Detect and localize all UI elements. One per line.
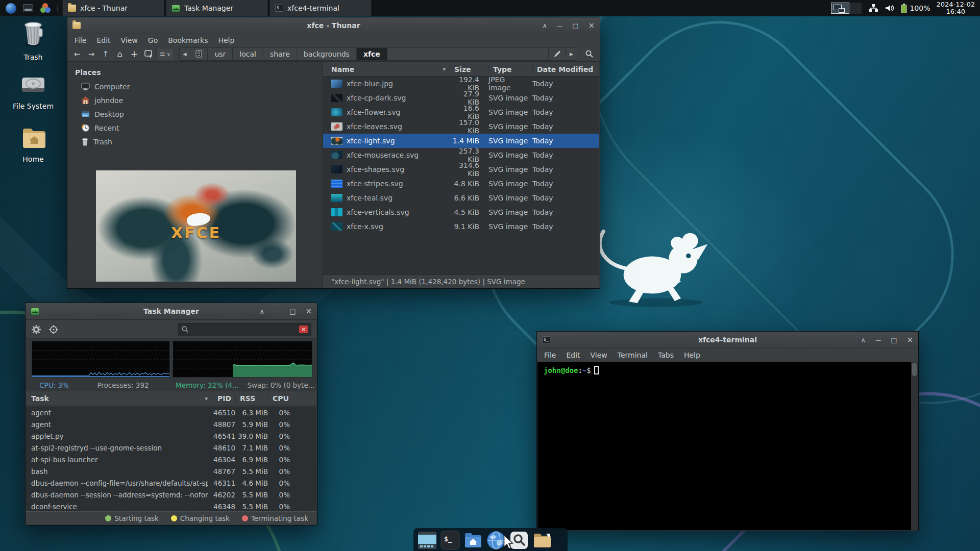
battery-indicator[interactable]: 100% — [901, 4, 930, 13]
path-root-button[interactable] — [190, 48, 208, 60]
maximize-button[interactable]: □ — [572, 17, 578, 34]
taskbar-button-terminal[interactable]: $_ xfce4-terminal — [270, 0, 372, 16]
menu-view[interactable]: View — [117, 35, 142, 45]
new-window-button[interactable]: + — [128, 48, 141, 60]
process-row[interactable]: applet.py4654139.0 MiB0% — [26, 430, 316, 442]
place-recent[interactable]: Recent — [68, 121, 323, 135]
process-row[interactable]: dbus-daemon --config-file=/usr/share/def… — [26, 477, 316, 489]
taskmanager-titlebar[interactable]: Task Manager ∧ — □ × — [26, 303, 317, 320]
path-scroll-right-icon[interactable]: ▶ — [566, 48, 577, 60]
menu-go[interactable]: Go — [144, 35, 162, 45]
path-segment-current[interactable]: xfce — [357, 48, 387, 60]
process-row[interactable]: agent488075.9 MiB0% — [26, 418, 316, 430]
place-computer[interactable]: Computer — [68, 80, 323, 93]
rollup-button[interactable]: ∧ — [260, 303, 265, 320]
path-segment[interactable]: backgrounds — [297, 48, 357, 60]
browser-launcher-icon[interactable] — [4, 2, 17, 15]
path-segment[interactable]: usr — [208, 48, 233, 60]
file-row-selected[interactable]: xfce-light.svg1.4 MiBSVG imageToday — [323, 134, 599, 148]
menu-view[interactable]: View — [586, 350, 611, 360]
desktop-icon-home[interactable]: Home — [5, 126, 61, 163]
dock-file-manager-icon[interactable] — [532, 531, 552, 550]
new-tab-button[interactable] — [142, 48, 155, 60]
file-row[interactable]: xfce-leaves.svg157.0 KiBSVG imageToday — [323, 119, 599, 134]
workspace-1[interactable] — [831, 3, 849, 14]
terminal-content[interactable]: john@doe:~$ — [537, 362, 918, 530]
network-icon[interactable] — [868, 4, 878, 13]
menu-file[interactable]: File — [70, 35, 90, 45]
file-row[interactable]: xfce-mouserace.svg257.3 KiBSVG imageToda… — [323, 148, 599, 162]
close-button[interactable]: × — [588, 17, 595, 34]
up-button[interactable]: ↑ — [99, 48, 112, 60]
column-rss[interactable]: RSS — [235, 394, 268, 403]
path-segment[interactable]: local — [233, 48, 263, 60]
close-button[interactable]: × — [305, 303, 312, 320]
edit-path-button[interactable] — [548, 48, 566, 60]
close-button[interactable]: × — [906, 332, 913, 348]
file-row[interactable]: xfce-shapes.svg314.6 KiBSVG imageToday — [323, 162, 599, 177]
search-button[interactable] — [581, 47, 597, 61]
maximize-button[interactable]: □ — [289, 303, 296, 320]
workspace-2[interactable] — [849, 3, 862, 14]
scrollbar-thumb[interactable] — [912, 363, 917, 376]
menu-help[interactable]: Help — [214, 35, 238, 45]
file-row[interactable]: xfce-blue.jpg192.4 KiBJPEG imageToday — [323, 77, 599, 91]
place-trash[interactable]: Trash — [68, 135, 323, 148]
minimize-button[interactable]: — — [875, 332, 881, 348]
file-row[interactable]: xfce-stripes.svg4.8 KiBSVG imageToday — [323, 177, 599, 191]
maximize-button[interactable]: □ — [891, 332, 897, 348]
column-type[interactable]: Type — [488, 65, 532, 73]
back-button[interactable]: ← — [70, 48, 84, 60]
minimize-button[interactable]: — — [274, 303, 280, 320]
process-row[interactable]: bash487675.5 MiB0% — [26, 465, 316, 477]
desktop-icon-filesystem[interactable]: File System — [5, 72, 61, 110]
clock[interactable]: 2024-12-02 16:40 — [936, 1, 975, 15]
taskbar-button-taskmanager[interactable]: Task Manager — [166, 0, 268, 16]
forward-button[interactable]: → — [85, 48, 98, 60]
menu-tabs[interactable]: Tabs — [654, 350, 678, 360]
column-date[interactable]: Date Modified — [532, 65, 599, 73]
terminal-titlebar[interactable]: $_ xfce4-terminal ∧ — □ × — [537, 332, 918, 348]
taskbar-button-thunar[interactable]: xfce - Thunar — [62, 0, 164, 16]
terminal-scrollbar[interactable] — [911, 362, 918, 530]
thunar-titlebar[interactable]: xfce - Thunar ∧ — □ × — [67, 17, 600, 34]
file-row[interactable]: xfce-verticals.svg4.5 KiBSVG imageToday — [323, 205, 599, 219]
rollup-button[interactable]: ∧ — [861, 332, 866, 348]
process-row[interactable]: at-spi-bus-launcher463046.9 MiB0% — [26, 454, 316, 465]
clear-search-icon[interactable]: × — [299, 325, 308, 333]
menu-edit[interactable]: Edit — [92, 35, 114, 45]
column-pid[interactable]: PID — [213, 394, 235, 403]
volume-icon[interactable] — [885, 4, 895, 13]
rollup-button[interactable]: ∧ — [543, 17, 548, 34]
file-row[interactable]: xfce-cp-dark.svg27.9 KiBSVG imageToday — [323, 91, 599, 105]
path-scroll-left-icon[interactable]: ◀ — [180, 48, 191, 60]
dock-show-desktop-icon[interactable] — [418, 531, 437, 550]
column-task[interactable]: Task ▾ — [26, 394, 213, 403]
search-input[interactable] — [192, 325, 296, 334]
process-row[interactable]: at-spi2-registryd --use-gnome-session486… — [26, 442, 316, 454]
menu-terminal[interactable]: Terminal — [614, 350, 652, 360]
process-row[interactable]: dbus-daemon --session --address=systemd:… — [26, 489, 316, 500]
desktop-icon-trash[interactable]: Trash — [5, 19, 61, 61]
column-cpu[interactable]: CPU — [268, 394, 316, 403]
menu-bookmarks[interactable]: Bookmarks — [164, 35, 212, 45]
column-name[interactable]: Name ▾ — [323, 65, 450, 73]
display-launcher-icon[interactable] — [21, 2, 35, 15]
file-row[interactable]: xfce-teal.svg6.6 KiBSVG imageToday — [323, 191, 599, 205]
place-home[interactable]: johndoe — [68, 93, 323, 107]
file-row[interactable]: xfce-x.svg9.1 KiBSVG imageToday — [323, 219, 599, 234]
dock-home-folder-icon[interactable] — [463, 531, 483, 550]
colors-launcher-icon[interactable] — [39, 2, 52, 15]
dock-terminal-icon[interactable]: $_ — [440, 531, 460, 550]
settings-gear-icon[interactable] — [31, 324, 41, 335]
workspace-switcher[interactable] — [830, 2, 862, 14]
minimize-button[interactable]: — — [557, 17, 562, 34]
process-row[interactable]: agent465106.3 MiB0% — [26, 407, 316, 418]
home-button[interactable]: ⌂ — [113, 48, 127, 60]
menu-file[interactable]: File — [540, 350, 560, 360]
column-size[interactable]: Size — [450, 65, 488, 73]
identify-window-icon[interactable] — [48, 324, 59, 335]
search-field[interactable]: × — [178, 323, 311, 336]
menu-edit[interactable]: Edit — [562, 350, 584, 360]
file-row[interactable]: xfce-flower.svg16.6 KiBSVG imageToday — [323, 105, 599, 119]
